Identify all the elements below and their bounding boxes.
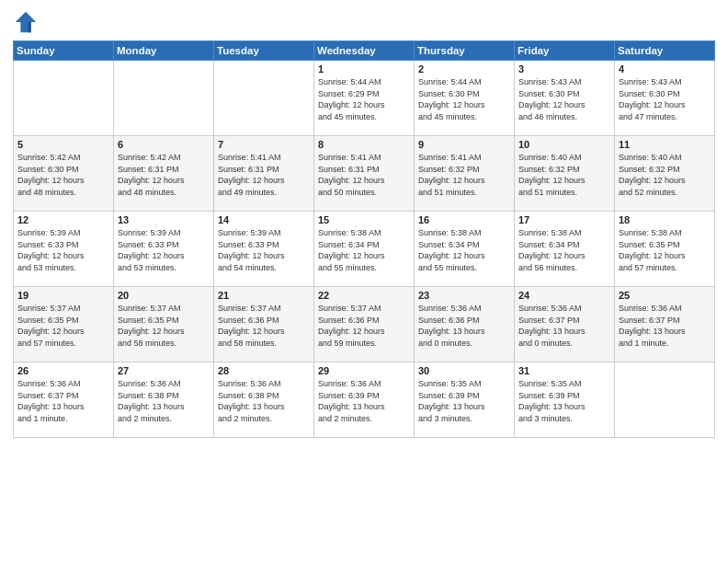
day-number: 11 [619,139,711,150]
day-number: 31 [518,365,610,376]
day-cell: 24Sunrise: 5:36 AM Sunset: 6:37 PM Dayli… [515,287,615,362]
day-cell: 17Sunrise: 5:38 AM Sunset: 6:34 PM Dayli… [515,212,615,287]
logo [13,9,42,35]
week-row-4: 26Sunrise: 5:36 AM Sunset: 6:37 PM Dayli… [14,362,715,438]
day-number: 14 [218,214,310,225]
day-info: Sunrise: 5:37 AM Sunset: 6:35 PM Dayligh… [17,303,109,349]
day-cell: 9Sunrise: 5:41 AM Sunset: 6:32 PM Daylig… [415,136,515,212]
day-number: 5 [17,139,109,150]
week-row-3: 19Sunrise: 5:37 AM Sunset: 6:35 PM Dayli… [14,287,715,362]
day-number: 3 [518,63,610,75]
day-cell: 5Sunrise: 5:42 AM Sunset: 6:30 PM Daylig… [14,136,114,212]
day-info: Sunrise: 5:40 AM Sunset: 6:32 PM Dayligh… [518,152,610,198]
day-number: 8 [318,139,410,150]
day-info: Sunrise: 5:36 AM Sunset: 6:37 PM Dayligh… [619,303,711,349]
day-info: Sunrise: 5:36 AM Sunset: 6:38 PM Dayligh… [218,378,310,424]
day-number: 26 [17,365,109,376]
day-cell: 31Sunrise: 5:35 AM Sunset: 6:39 PM Dayli… [515,362,615,438]
day-number: 6 [118,139,210,150]
logo-icon [13,9,39,35]
day-cell: 10Sunrise: 5:40 AM Sunset: 6:32 PM Dayli… [515,136,615,212]
day-cell: 1Sunrise: 5:44 AM Sunset: 6:29 PM Daylig… [314,61,415,136]
day-cell: 30Sunrise: 5:35 AM Sunset: 6:39 PM Dayli… [415,362,515,438]
day-info: Sunrise: 5:36 AM Sunset: 6:37 PM Dayligh… [17,378,109,424]
day-info: Sunrise: 5:36 AM Sunset: 6:39 PM Dayligh… [318,378,410,424]
day-cell: 15Sunrise: 5:38 AM Sunset: 6:34 PM Dayli… [314,212,415,287]
day-cell: 16Sunrise: 5:38 AM Sunset: 6:34 PM Dayli… [415,212,515,287]
day-info: Sunrise: 5:43 AM Sunset: 6:30 PM Dayligh… [619,76,711,122]
day-number: 10 [518,139,610,150]
header [13,9,715,35]
day-info: Sunrise: 5:38 AM Sunset: 6:34 PM Dayligh… [518,227,610,273]
day-info: Sunrise: 5:36 AM Sunset: 6:37 PM Dayligh… [518,303,610,349]
day-cell: 25Sunrise: 5:36 AM Sunset: 6:37 PM Dayli… [615,287,715,362]
day-info: Sunrise: 5:41 AM Sunset: 6:32 PM Dayligh… [418,152,510,198]
day-cell: 6Sunrise: 5:42 AM Sunset: 6:31 PM Daylig… [114,136,214,212]
day-cell: 28Sunrise: 5:36 AM Sunset: 6:38 PM Dayli… [214,362,314,438]
day-number: 12 [17,214,109,225]
day-info: Sunrise: 5:37 AM Sunset: 6:35 PM Dayligh… [118,303,210,349]
weekday-saturday: Saturday [615,41,715,61]
day-cell: 20Sunrise: 5:37 AM Sunset: 6:35 PM Dayli… [114,287,214,362]
weekday-wednesday: Wednesday [314,41,415,61]
day-number: 27 [118,365,210,376]
weekday-tuesday: Tuesday [214,41,314,61]
day-info: Sunrise: 5:36 AM Sunset: 6:36 PM Dayligh… [418,303,510,349]
day-info: Sunrise: 5:39 AM Sunset: 6:33 PM Dayligh… [17,227,109,273]
day-cell: 13Sunrise: 5:39 AM Sunset: 6:33 PM Dayli… [114,212,214,287]
day-number: 29 [318,365,410,376]
day-cell: 27Sunrise: 5:36 AM Sunset: 6:38 PM Dayli… [114,362,214,438]
day-cell [14,61,114,136]
day-number: 25 [619,290,711,301]
day-number: 20 [118,290,210,301]
day-info: Sunrise: 5:42 AM Sunset: 6:30 PM Dayligh… [17,152,109,198]
day-info: Sunrise: 5:39 AM Sunset: 6:33 PM Dayligh… [118,227,210,273]
weekday-thursday: Thursday [415,41,515,61]
day-info: Sunrise: 5:39 AM Sunset: 6:33 PM Dayligh… [218,227,310,273]
day-cell: 18Sunrise: 5:38 AM Sunset: 6:35 PM Dayli… [615,212,715,287]
day-info: Sunrise: 5:44 AM Sunset: 6:30 PM Dayligh… [418,76,510,122]
week-row-0: 1Sunrise: 5:44 AM Sunset: 6:29 PM Daylig… [14,61,715,136]
weekday-sunday: Sunday [14,41,114,61]
day-cell: 19Sunrise: 5:37 AM Sunset: 6:35 PM Dayli… [14,287,114,362]
calendar: SundayMondayTuesdayWednesdayThursdayFrid… [13,40,715,438]
day-cell: 26Sunrise: 5:36 AM Sunset: 6:37 PM Dayli… [14,362,114,438]
day-cell [114,61,214,136]
weekday-friday: Friday [515,41,615,61]
day-number: 19 [17,290,109,301]
day-number: 4 [619,63,711,75]
page: SundayMondayTuesdayWednesdayThursdayFrid… [0,0,728,563]
day-cell: 22Sunrise: 5:37 AM Sunset: 6:36 PM Dayli… [314,287,415,362]
day-number: 28 [218,365,310,376]
day-number: 1 [318,63,410,75]
day-number: 22 [318,290,410,301]
day-info: Sunrise: 5:38 AM Sunset: 6:34 PM Dayligh… [418,227,510,273]
day-number: 16 [418,214,510,225]
day-cell: 3Sunrise: 5:43 AM Sunset: 6:30 PM Daylig… [515,61,615,136]
weekday-header-row: SundayMondayTuesdayWednesdayThursdayFrid… [14,41,715,61]
day-info: Sunrise: 5:42 AM Sunset: 6:31 PM Dayligh… [118,152,210,198]
day-info: Sunrise: 5:41 AM Sunset: 6:31 PM Dayligh… [318,152,410,198]
day-cell: 14Sunrise: 5:39 AM Sunset: 6:33 PM Dayli… [214,212,314,287]
day-number: 30 [418,365,510,376]
day-number: 18 [619,214,711,225]
day-info: Sunrise: 5:41 AM Sunset: 6:31 PM Dayligh… [218,152,310,198]
day-cell: 21Sunrise: 5:37 AM Sunset: 6:36 PM Dayli… [214,287,314,362]
day-number: 17 [518,214,610,225]
day-number: 23 [418,290,510,301]
week-row-1: 5Sunrise: 5:42 AM Sunset: 6:30 PM Daylig… [14,136,715,212]
day-cell [615,362,715,438]
svg-marker-0 [16,12,36,32]
day-cell: 8Sunrise: 5:41 AM Sunset: 6:31 PM Daylig… [314,136,415,212]
day-info: Sunrise: 5:40 AM Sunset: 6:32 PM Dayligh… [619,152,711,198]
day-number: 24 [518,290,610,301]
day-info: Sunrise: 5:38 AM Sunset: 6:35 PM Dayligh… [619,227,711,273]
day-cell [214,61,314,136]
day-number: 13 [118,214,210,225]
day-cell: 7Sunrise: 5:41 AM Sunset: 6:31 PM Daylig… [214,136,314,212]
day-cell: 12Sunrise: 5:39 AM Sunset: 6:33 PM Dayli… [14,212,114,287]
day-info: Sunrise: 5:35 AM Sunset: 6:39 PM Dayligh… [518,378,610,424]
day-number: 7 [218,139,310,150]
day-info: Sunrise: 5:37 AM Sunset: 6:36 PM Dayligh… [318,303,410,349]
day-info: Sunrise: 5:38 AM Sunset: 6:34 PM Dayligh… [318,227,410,273]
